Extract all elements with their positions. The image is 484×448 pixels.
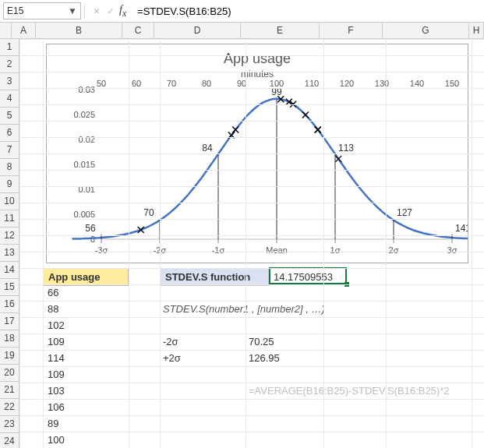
svg-text:70: 70 — [143, 207, 154, 218]
stdev-value-cell[interactable]: 14.17509553 — [269, 267, 347, 284]
select-all-corner[interactable] — [0, 23, 12, 39]
row-header-10[interactable]: 10 — [0, 193, 19, 210]
app-usage-value[interactable]: 89 — [43, 415, 129, 432]
app-usage-value[interactable]: 109 — [43, 333, 129, 351]
sigma-pos-label[interactable]: +2σ — [160, 350, 246, 367]
svg-text:113: 113 — [338, 143, 354, 153]
app-usage-value[interactable]: 100 — [43, 432, 129, 448]
row-header-5[interactable]: 5 — [0, 108, 19, 125]
col-header-F[interactable]: F — [320, 23, 383, 38]
stdev-syntax: STDEV.S(number1 , [number2] , …) — [160, 301, 362, 317]
svg-text:141: 141 — [455, 223, 468, 234]
svg-text:56: 56 — [85, 223, 96, 234]
row-header-11[interactable]: 11 — [0, 210, 19, 228]
grid[interactable]: 1234567891011121314151617181920212223242… — [0, 39, 484, 448]
sigma-neg-label[interactable]: -2σ — [160, 333, 246, 351]
svg-text:150: 150 — [445, 79, 459, 88]
app-usage-value[interactable]: 114 — [43, 350, 129, 367]
row-header-19[interactable]: 19 — [0, 347, 19, 365]
row-header-14[interactable]: 14 — [0, 262, 19, 279]
row-header-12[interactable]: 12 — [0, 228, 19, 245]
svg-text:0.02: 0.02 — [79, 135, 95, 144]
row-header-9[interactable]: 9 — [0, 176, 19, 193]
svg-text:-1σ: -1σ — [212, 245, 225, 255]
svg-text:60: 60 — [132, 79, 141, 88]
svg-text:70: 70 — [167, 79, 176, 88]
col-header-H[interactable]: H — [469, 23, 484, 38]
row-header-6[interactable]: 6 — [0, 125, 19, 142]
svg-text:3σ: 3σ — [447, 245, 458, 255]
row-header-16[interactable]: 16 — [0, 296, 19, 313]
svg-text:127: 127 — [397, 207, 412, 218]
row-header-20[interactable]: 20 — [0, 365, 19, 382]
app-usage-value[interactable]: 88 — [43, 301, 129, 318]
svg-text:84: 84 — [202, 143, 213, 153]
svg-text:0.005: 0.005 — [73, 210, 95, 219]
row-header-3[interactable]: 3 — [0, 73, 19, 90]
svg-text:0.03: 0.03 — [79, 85, 95, 94]
svg-text:0.015: 0.015 — [73, 160, 95, 169]
row-header-4[interactable]: 4 — [0, 90, 19, 108]
app-usage-value[interactable]: 66 — [43, 284, 129, 302]
cancel-icon[interactable]: ✕ — [91, 5, 102, 16]
app-usage-value[interactable]: 109 — [43, 366, 129, 383]
enter-icon[interactable]: ✓ — [105, 5, 116, 16]
svg-text:1σ: 1σ — [330, 245, 341, 255]
app-usage-header[interactable]: App usage — [43, 268, 129, 286]
svg-text:130: 130 — [375, 79, 389, 88]
col-header-D[interactable]: D — [154, 23, 241, 38]
svg-text:0.025: 0.025 — [73, 110, 95, 119]
row-header-13[interactable]: 13 — [0, 245, 19, 262]
row-header-7[interactable]: 7 — [0, 142, 19, 159]
col-header-C[interactable]: C — [122, 23, 154, 38]
ghost-formula: =AVERAGE(B16:B25)-STDEV.S(B16:B25)*2 — [246, 383, 479, 399]
name-box-value: E15 — [7, 5, 23, 16]
svg-text:140: 140 — [410, 79, 424, 88]
app-usage-value[interactable]: 106 — [43, 399, 129, 416]
row-header-21[interactable]: 21 — [0, 382, 19, 399]
svg-text:120: 120 — [340, 79, 354, 88]
row-header-23[interactable]: 23 — [0, 416, 19, 433]
row-header-2[interactable]: 2 — [0, 56, 19, 73]
svg-text:80: 80 — [202, 79, 211, 88]
row-header-1[interactable]: 1 — [0, 39, 19, 56]
row-header-8[interactable]: 8 — [0, 159, 19, 176]
row-header-22[interactable]: 22 — [0, 399, 19, 416]
row-header-15[interactable]: 15 — [0, 279, 19, 296]
fx-icon[interactable]: fx — [119, 4, 126, 19]
app-usage-value[interactable]: 103 — [43, 383, 129, 400]
sigma-pos-value[interactable]: 126.95 — [246, 350, 323, 367]
app-usage-value[interactable]: 102 — [43, 317, 129, 334]
row-header-24[interactable]: 24 — [0, 433, 19, 448]
formula-input[interactable] — [132, 5, 481, 18]
col-header-B[interactable]: B — [36, 23, 122, 38]
svg-text:110: 110 — [305, 79, 319, 88]
column-header-row: ABCDEFGH — [0, 23, 484, 39]
svg-text:2σ: 2σ — [389, 245, 399, 255]
svg-text:-3σ: -3σ — [95, 245, 108, 255]
name-box[interactable]: E15 ▼ — [3, 2, 81, 19]
stdev-function-label[interactable]: STDEV.S function — [160, 268, 269, 286]
col-header-G[interactable]: G — [383, 23, 469, 38]
col-header-A[interactable]: A — [12, 23, 36, 38]
svg-text:50: 50 — [97, 79, 106, 88]
formula-controls: ✕ ✓ fx — [88, 4, 129, 19]
chevron-down-icon[interactable]: ▼ — [68, 5, 77, 16]
chart-title: App usage — [224, 51, 291, 66]
sigma-neg-value[interactable]: 70.25 — [246, 333, 323, 351]
row-header-18[interactable]: 18 — [0, 330, 19, 347]
formula-bar: E15 ▼ ✕ ✓ fx — [0, 0, 484, 23]
col-header-E[interactable]: E — [241, 23, 320, 38]
svg-text:Mean: Mean — [266, 245, 288, 255]
row-header-17[interactable]: 17 — [0, 313, 19, 330]
